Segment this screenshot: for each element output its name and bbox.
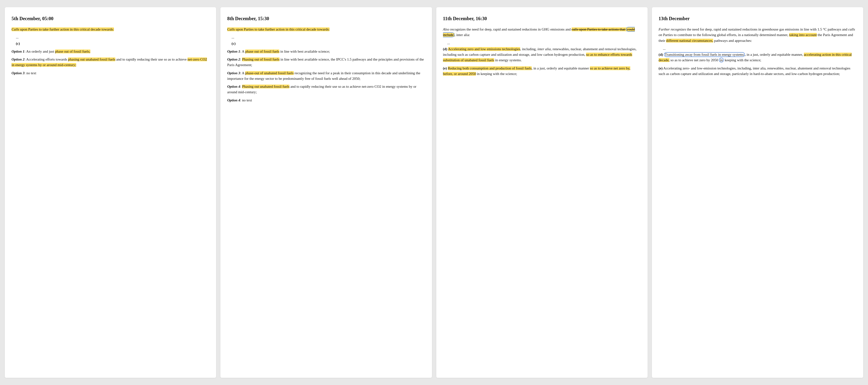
card-dec8-c: (c) [231,41,425,46]
card-dec13: 13th December Further recognizes the nee… [652,7,863,378]
card-dec8-title: 8th December, 15:30 [227,15,425,22]
card-dec8-opt2: Option 2: Phasing out of fossil fuels in… [227,57,425,68]
card-dec8: 8th December, 15:30 Calls upon Parties t… [220,7,432,378]
card-dec5-c: (c) [16,41,209,46]
card-dec5-ellipsis: ... [16,35,209,40]
card-dec13-ellipsis: ... [663,46,857,52]
card-dec8-opt4b: Option 4: no text [227,98,425,103]
card-dec5-intro: Calls upon Parties to take further actio… [11,27,209,32]
card-dec8-intro: Calls upon Parties to take further actio… [227,27,425,32]
card-dec11-e: (e) Reducing both consumption and produc… [443,66,641,77]
card-dec13-title: 13th December [659,15,857,22]
card-dec5-title: 5th December, 05:00 [11,15,209,22]
card-dec11-ellipsis: ... [447,40,641,46]
card-dec8-opt1: Option 1: A phase out of fossil fuels in… [227,49,425,54]
card-dec8-opt3: Option 3: A phase-out of unabated fossil… [227,70,425,82]
card-dec5-opt3: Option 3: no text [11,70,209,76]
card-dec5-opt2: Option 2: Accelerating efforts towards p… [11,57,209,68]
card-dec13-e: (e) Accelerating zero- and low-emission … [659,66,857,77]
card-dec8-opt4: Option 4: Phasing out unabated fossil fu… [227,84,425,95]
card-dec5: 5th December, 05:00 Calls upon Parties t… [5,7,216,378]
card-dec11-intro: Also recognizes the need for deep, rapid… [443,27,641,38]
card-dec13-d: (d) Transitioning away from fossil fuels… [659,52,857,63]
card-dec8-ellipsis: ... [231,35,425,40]
card-dec11: 11th December, 16:30 Also recognizes the… [436,7,648,378]
card-dec5-opt1: Option 1: An orderly and just phase out … [11,49,209,54]
card-dec11-title: 11th December, 16:30 [443,15,641,22]
card-dec11-d: (d) Accelerating zero and low emissions … [443,46,641,63]
card-dec13-intro: Further recognizes the need for deep, ra… [659,27,857,43]
